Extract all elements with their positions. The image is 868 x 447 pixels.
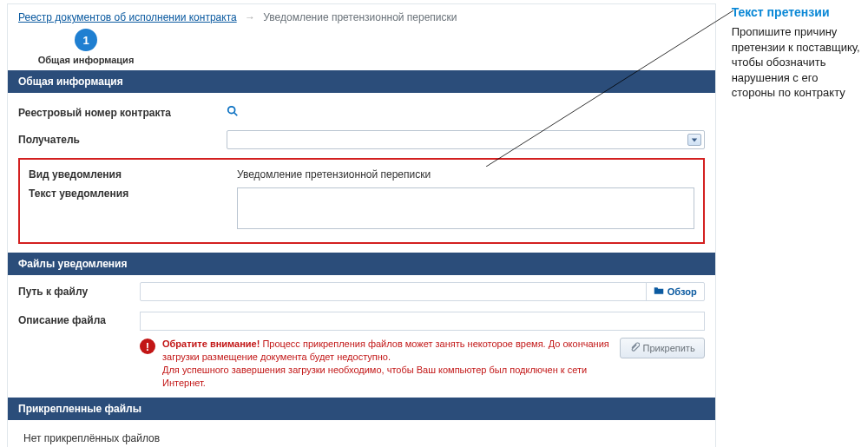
breadcrumb-root-link[interactable]: Реестр документов об исполнении контракт… <box>18 11 237 23</box>
chevron-right-icon: → <box>245 11 255 23</box>
notice-text-label: Текст уведомления <box>29 187 237 200</box>
callout-title: Текст претензии <box>732 5 861 19</box>
field-file-path: Путь к файлу Обзор <box>8 275 715 308</box>
file-desc-label: Описание файла <box>18 312 135 326</box>
main-panel: Реестр документов об исполнении контракт… <box>7 3 716 447</box>
field-reg-number: Реестровый номер контракта <box>18 100 705 125</box>
section-header-attached: Прикрепленные файлы <box>8 398 715 420</box>
notice-type-label: Вид уведомления <box>29 168 237 181</box>
file-path-input[interactable]: Обзор <box>140 282 705 301</box>
field-recipient: Получатель <box>18 125 705 154</box>
svg-point-0 <box>228 107 235 114</box>
attached-empty-text: Нет прикреплённых файлов <box>8 420 715 447</box>
svg-line-1 <box>234 113 238 116</box>
file-path-label: Путь к файлу <box>18 286 135 298</box>
warning-text: Обратите внимание! Процесс прикрепления … <box>162 338 613 389</box>
notice-type-value: Уведомление претензионной переписки <box>237 168 694 181</box>
attach-button[interactable]: Прикрепить <box>620 338 705 358</box>
step-badge-1: 1 <box>75 29 97 51</box>
chevron-down-icon <box>687 134 701 146</box>
notice-text-textarea[interactable] <box>237 187 694 229</box>
field-notice-type: Вид уведомления Уведомление претензионно… <box>29 165 694 184</box>
field-file-desc: Описание файла ! Обратите внимание! Проц… <box>8 308 715 398</box>
callout-panel: Текст претензии Пропишите причину претен… <box>732 3 861 447</box>
warning-icon: ! <box>140 339 155 354</box>
highlighted-area: Вид уведомления Уведомление претензионно… <box>18 158 705 244</box>
callout-body: Пропишите причину претензии к поставщику… <box>732 24 861 101</box>
step-label-1: Общая информация <box>34 55 138 65</box>
wizard-steps: 1 Общая информация <box>8 29 715 70</box>
reg-number-label: Реестровый номер контракта <box>18 107 227 119</box>
section-header-files: Файлы уведомления <box>8 253 715 275</box>
file-desc-input[interactable] <box>140 312 705 331</box>
section-header-general: Общая информация <box>8 70 715 93</box>
folder-icon <box>654 286 664 298</box>
breadcrumb-current: Уведомление претензионной переписки <box>263 11 457 23</box>
breadcrumb: Реестр документов об исполнении контракт… <box>8 4 715 29</box>
svg-marker-2 <box>691 138 696 141</box>
browse-button[interactable]: Обзор <box>646 283 704 300</box>
recipient-select[interactable] <box>227 130 705 149</box>
search-icon[interactable] <box>227 105 240 119</box>
field-notice-text: Текст уведомления <box>29 184 694 235</box>
paperclip-icon <box>629 342 640 354</box>
recipient-label: Получатель <box>18 134 227 146</box>
